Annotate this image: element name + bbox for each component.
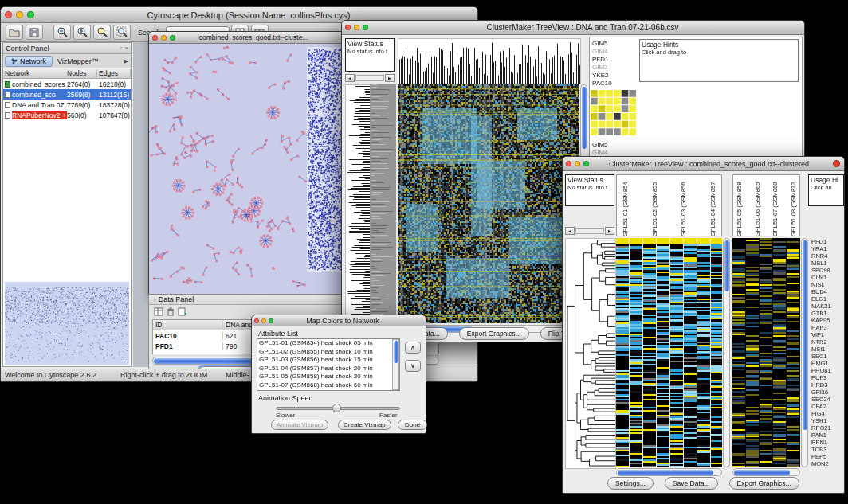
maximize-icon[interactable] — [269, 318, 273, 323]
gene-list-item[interactable]: MON2 — [811, 460, 845, 467]
scrollbar-thumb[interactable] — [582, 87, 587, 149]
gene-list-item[interactable]: TCB3 — [811, 446, 845, 453]
treeview-button[interactable]: Export Graphics... — [729, 477, 799, 490]
gene-list-item[interactable]: ELG1 — [811, 295, 845, 303]
attribute-list-item[interactable]: GPL51-05 (GSM858) heat shock 30 min — [259, 373, 399, 381]
column-dendrogram-canvas[interactable] — [398, 38, 581, 84]
gene-label[interactable]: PFD1 — [592, 56, 612, 64]
gene-label[interactable]: GIM5 — [592, 40, 612, 48]
network-row[interactable]: combined_scores 2764(0) 16218(0) — [3, 79, 131, 89]
open-session-button[interactable] — [6, 25, 23, 40]
gene-list-item[interactable]: CLN1 — [811, 274, 845, 281]
close-icon[interactable] — [5, 11, 12, 18]
network-row[interactable]: combined_sco 2569(8) 13112(15) — [3, 89, 131, 100]
minimize-icon[interactable] — [16, 11, 23, 18]
gene-list-item[interactable]: PHO81 — [811, 367, 845, 374]
column-label[interactable]: GPL51-01 (GSM854 — [622, 176, 629, 236]
slider-thumb[interactable] — [332, 404, 341, 412]
minimize-icon[interactable] — [161, 35, 167, 41]
heatmap-hscrollbar[interactable] — [616, 468, 722, 476]
gene-list-item[interactable]: NTR2 — [811, 338, 845, 346]
row-dendrogram-canvas[interactable] — [345, 84, 371, 325]
column-label[interactable]: GPL51-07 (GSM868 — [771, 176, 779, 236]
column-label[interactable]: GPL51-08 (GSM872 — [790, 176, 797, 236]
correlation-matrix-canvas[interactable] — [591, 90, 637, 136]
tab-vizmapper[interactable]: VizMapper™ — [53, 57, 104, 66]
column-label[interactable]: GPL51-03 (GSM856 — [680, 176, 687, 236]
new-attribute-icon[interactable] — [178, 307, 187, 316]
row-labels-canvas[interactable] — [370, 84, 396, 323]
treeview-button[interactable]: Settings... — [607, 477, 654, 490]
maximize-icon[interactable] — [27, 11, 34, 18]
gene-list-item[interactable]: PFD1 — [811, 238, 845, 245]
list-vscrollbar[interactable] — [392, 339, 399, 390]
maximize-icon[interactable] — [170, 35, 175, 41]
scrollbar-thumb[interactable] — [394, 341, 398, 363]
maximize-icon[interactable] — [363, 25, 368, 30]
heatmap-canvas[interactable] — [398, 84, 579, 323]
treeview-button[interactable]: Save Data... — [665, 477, 718, 490]
nav-left-icon[interactable]: ◀ — [565, 227, 575, 235]
float-panel-icon[interactable]: ▫ — [120, 45, 122, 52]
subheatmap-hscrollbar[interactable] — [732, 468, 800, 476]
treeview-button[interactable]: Export Graphics... — [459, 327, 529, 340]
gene-list-item[interactable]: HAP3 — [811, 324, 845, 331]
network-row[interactable]: DNA and Tran 07 7769(0) 183728(0) — [3, 100, 131, 110]
attribute-list[interactable]: GPL51-01 (GSM854) heat shock 05 minGPL51… — [257, 338, 400, 391]
move-up-button[interactable]: ∧ — [405, 342, 421, 354]
gene-list-item[interactable]: SEC1 — [811, 353, 845, 360]
gene-list-item[interactable]: RPO21 — [811, 424, 845, 432]
gene-list-item[interactable]: NIS1 — [811, 281, 845, 288]
gene-list-item[interactable]: YSH1 — [811, 417, 845, 424]
gene-label[interactable]: YKE2 — [592, 72, 612, 80]
column-edges[interactable]: Edges — [97, 69, 131, 77]
gene-list-item[interactable]: YRA1 — [811, 245, 845, 252]
gene-list-item[interactable]: CPA2 — [811, 403, 845, 410]
attribute-list-item[interactable]: GPL51-03 (GSM856) heat shock 15 min — [259, 356, 399, 365]
gene-list-item[interactable]: GIM5 — [592, 141, 612, 149]
subheatmap-vscrollbar[interactable] — [801, 238, 808, 467]
nav-right-icon[interactable]: ▶ — [385, 74, 395, 82]
gene-list-item[interactable]: MSL1 — [811, 260, 845, 267]
column-id[interactable]: ID — [153, 321, 223, 329]
gene-list-item[interactable]: HRD3 — [811, 381, 845, 389]
animate-vizmap-button[interactable]: Animate Vizmap — [271, 420, 328, 430]
column-label[interactable]: GPL51-06 (GSM865 — [754, 176, 761, 236]
move-down-button[interactable]: ∨ — [405, 360, 421, 372]
attribute-list-item[interactable]: GPL51-02 (GSM855) heat shock 10 min — [259, 348, 399, 357]
gene-list-item[interactable]: RNR4 — [811, 252, 845, 260]
close-icon[interactable] — [254, 318, 259, 323]
minimize-icon[interactable] — [575, 161, 580, 166]
treeview1-titlebar[interactable]: ClusterMaker TreeView : DNA and Tran 07-… — [342, 21, 804, 35]
gene-list-item[interactable]: BUD4 — [811, 288, 845, 295]
dialog-titlebar[interactable]: Map Colors to Network — [252, 315, 426, 326]
minimize-icon[interactable] — [261, 318, 266, 323]
column-label[interactable]: GPL51-05 (GSM858 — [736, 176, 743, 236]
gene-list-item[interactable]: PUF3 — [811, 374, 845, 381]
gene-list-item[interactable]: GTB1 — [811, 310, 845, 317]
close-icon[interactable] — [345, 25, 351, 30]
float-panel-icon[interactable]: ▫ — [154, 296, 156, 303]
zoom-fit-button[interactable] — [113, 25, 131, 40]
gene-list-item[interactable]: MSI1 — [811, 346, 845, 353]
scrollbar-thumb[interactable] — [803, 240, 807, 430]
close-icon[interactable] — [833, 160, 840, 167]
scrollbar-thumb[interactable] — [724, 240, 729, 291]
gene-label[interactable]: GIM4 — [592, 48, 612, 56]
gene-list-item[interactable]: SPC98 — [811, 267, 845, 274]
gene-label[interactable]: GIM3 — [592, 64, 612, 72]
gene-list-item[interactable]: PEP5 — [811, 453, 845, 460]
gene-list-item[interactable]: KAP95 — [811, 317, 845, 324]
sub-heatmap-canvas[interactable] — [732, 238, 800, 467]
network-overview-thumbnail[interactable] — [5, 282, 129, 365]
scrollbar-thumb[interactable] — [734, 470, 790, 475]
row-dendrogram-canvas[interactable] — [565, 238, 616, 469]
close-icon[interactable] — [152, 35, 158, 41]
network-row[interactable]: RNAPuberNov2 + 563(0) 107847(0) — [3, 110, 131, 120]
trash-icon[interactable] — [167, 307, 175, 316]
zoom-in-button[interactable] — [73, 25, 91, 40]
tab-overflow-icon[interactable]: ▶ — [124, 58, 128, 64]
save-session-button[interactable] — [26, 25, 43, 40]
attribute-list-item[interactable]: GPL51-07 (GSM868) heat shock 60 min — [259, 381, 399, 390]
column-label[interactable]: GPL51-04 (GSM857 — [709, 176, 716, 236]
